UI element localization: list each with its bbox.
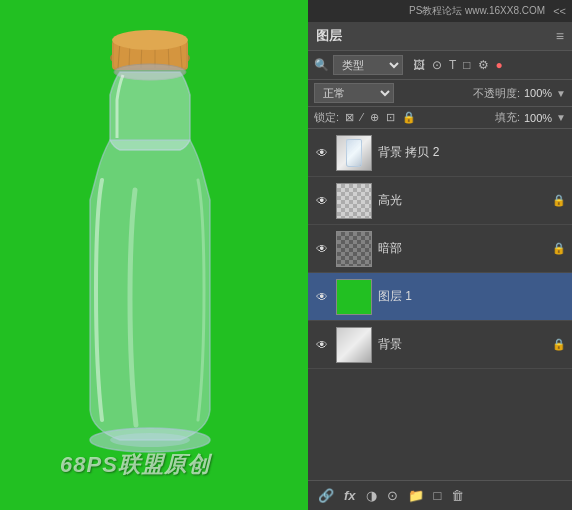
canvas-area: 68PS联盟原创 — [0, 0, 308, 510]
layer-lock-icon: 🔒 — [552, 194, 566, 207]
new-layer-button[interactable]: □ — [432, 486, 444, 505]
layers-panel: PS教程论坛 www.16XX8.COM << 图层 ≡ 🔍 类型 🖼 ⊙ T … — [308, 0, 572, 510]
layers-list: 👁 背景 拷贝 2 👁 高光 🔒 👁 暗部 🔒 — [308, 129, 572, 480]
layer-item[interactable]: 👁 暗部 🔒 — [308, 225, 572, 273]
layer-visibility-icon[interactable]: 👁 — [314, 193, 330, 209]
layer-thumb — [336, 135, 372, 171]
lock-draw-icon[interactable]: ∕ — [359, 110, 365, 125]
thumb-dark — [337, 232, 371, 266]
fill-chevron[interactable]: ▼ — [556, 112, 566, 123]
layer-item[interactable]: 👁 图层 1 — [308, 273, 572, 321]
thumb-bottle-bg-copy2 — [337, 136, 371, 170]
layer-item[interactable]: 👁 高光 🔒 — [308, 177, 572, 225]
layer-name: 高光 — [378, 192, 546, 209]
layer-item[interactable]: 👁 背景 拷贝 2 — [308, 129, 572, 177]
layer-thumb — [336, 327, 372, 363]
filter-dot-icon[interactable]: ● — [494, 57, 505, 73]
layer-visibility-icon[interactable]: 👁 — [314, 145, 330, 161]
thumb-layer1 — [337, 280, 371, 314]
delete-layer-button[interactable]: 🗑 — [449, 486, 466, 505]
blend-mode-dropdown[interactable]: 正常 — [314, 83, 394, 103]
panel-menu-icon[interactable]: ≡ — [556, 28, 564, 44]
lock-move-icon[interactable]: ⊕ — [368, 110, 381, 125]
top-bar: PS教程论坛 www.16XX8.COM << — [308, 0, 572, 22]
bottle-image — [30, 10, 270, 480]
layer-name: 背景 拷贝 2 — [378, 144, 566, 161]
filter-row: 🔍 类型 🖼 ⊙ T □ ⚙ ● — [308, 51, 572, 80]
mask-button[interactable]: ⊙ — [385, 486, 400, 505]
filter-icons: 🖼 ⊙ T □ ⚙ ● — [411, 57, 505, 73]
watermark: 68PS联盟原创 — [60, 450, 210, 480]
fx-button[interactable]: fx — [342, 486, 358, 505]
filter-text-icon[interactable]: T — [447, 57, 458, 73]
lock-icons: ⊠ ∕ ⊕ ⊡ 🔒 — [343, 110, 418, 125]
layer-name: 背景 — [378, 336, 546, 353]
collapse-icon[interactable]: << — [553, 5, 566, 17]
lock-label: 锁定: — [314, 110, 339, 125]
filter-shape-icon[interactable]: □ — [461, 57, 472, 73]
layer-visibility-icon[interactable]: 👁 — [314, 241, 330, 257]
opacity-chevron[interactable]: ▼ — [556, 88, 566, 99]
layer-item[interactable]: 👁 背景 🔒 — [308, 321, 572, 369]
bottom-icons-left: 🔗 fx ◑ ⊙ 📁 □ 🗑 — [316, 486, 466, 505]
panel-title: 图层 — [316, 27, 342, 45]
panel-header: 图层 ≡ — [308, 22, 572, 51]
group-button[interactable]: 📁 — [406, 486, 426, 505]
layer-name: 暗部 — [378, 240, 546, 257]
fill-label: 填充: — [495, 110, 520, 125]
thumb-bg — [337, 328, 371, 362]
layer-thumb — [336, 279, 372, 315]
thumb-highlight — [337, 184, 371, 218]
canvas-image: 68PS联盟原创 — [0, 0, 308, 510]
filter-adjust-icon[interactable]: ⊙ — [430, 57, 444, 73]
blend-row: 正常 不透明度: 100% ▼ — [308, 80, 572, 107]
filter-dropdown[interactable]: 类型 — [333, 55, 403, 75]
lock-all-icon[interactable]: ⊠ — [343, 110, 356, 125]
adjustment-button[interactable]: ◑ — [364, 486, 379, 505]
opacity-value: 100% — [524, 87, 552, 99]
layer-lock-icon: 🔒 — [552, 242, 566, 255]
svg-point-9 — [112, 30, 188, 50]
lock-row: 锁定: ⊠ ∕ ⊕ ⊡ 🔒 填充: 100% ▼ — [308, 107, 572, 129]
lock-artboard-icon[interactable]: ⊡ — [384, 110, 397, 125]
fill-value: 100% — [524, 112, 552, 124]
lock-icon[interactable]: 🔒 — [400, 110, 418, 125]
layer-thumb — [336, 231, 372, 267]
svg-point-12 — [110, 433, 190, 447]
link-layers-button[interactable]: 🔗 — [316, 486, 336, 505]
layer-name: 图层 1 — [378, 288, 566, 305]
search-icon: 🔍 — [314, 58, 329, 72]
site-label: PS教程论坛 www.16XX8.COM — [409, 4, 545, 18]
layer-lock-icon: 🔒 — [552, 338, 566, 351]
bottom-toolbar: 🔗 fx ◑ ⊙ 📁 □ 🗑 — [308, 480, 572, 510]
layer-visibility-icon[interactable]: 👁 — [314, 337, 330, 353]
layer-thumb — [336, 183, 372, 219]
filter-smart-icon[interactable]: ⚙ — [476, 57, 491, 73]
layer-visibility-icon[interactable]: 👁 — [314, 289, 330, 305]
filter-pixel-icon[interactable]: 🖼 — [411, 57, 427, 73]
opacity-label: 不透明度: — [473, 86, 520, 101]
